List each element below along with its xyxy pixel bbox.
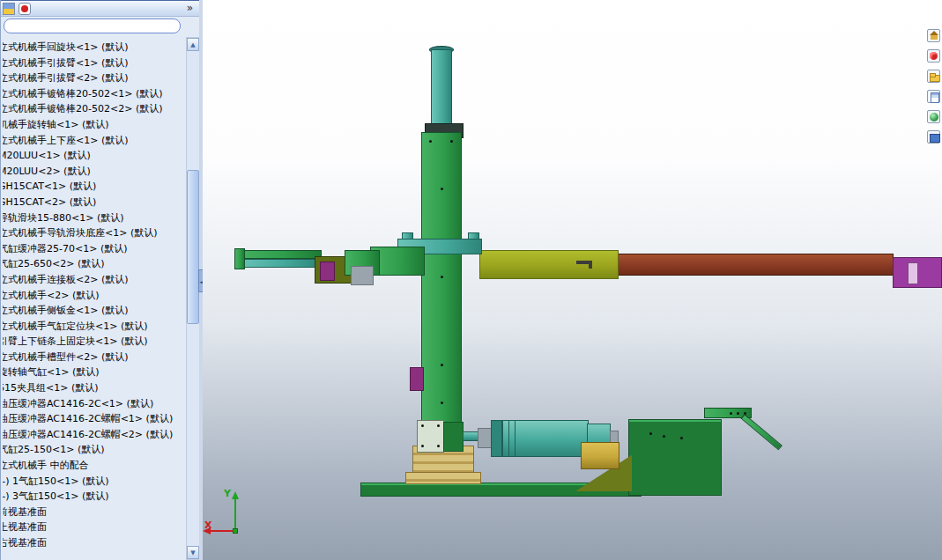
bolt-hole [737, 412, 739, 415]
tree-item[interactable]: (-) 3气缸150<1> (默认) [3, 489, 184, 505]
bolt-hole [649, 432, 652, 435]
application-window: » 立式机械手回旋块<1> (默认) 立式机械手引拔臂<1> (默认) 立式机械… [0, 0, 942, 560]
tree-item[interactable]: 机械手旋转轴<1> (默认) [3, 117, 184, 133]
tree-item[interactable]: 立式机械手连接板<2> (默认) [3, 272, 184, 288]
part-gripper-magenta[interactable] [320, 262, 335, 281]
tree-item[interactable]: 立式机械手导轨滑块底座<1> (默认) [3, 225, 184, 241]
bolt-hole [437, 445, 440, 447]
part-left-arm-lower[interactable] [236, 259, 322, 268]
display-icon[interactable] [927, 130, 940, 144]
scroll-down-button[interactable]: ▼ [187, 546, 199, 559]
bolt-hole [437, 424, 440, 427]
tree-item[interactable]: 立式机械手上下座<1> (默认) [3, 133, 184, 149]
part-purple-end-block[interactable] [893, 257, 942, 288]
triad-y-arrowhead [232, 491, 239, 499]
tree-item[interactable]: 油压缓冲器AC1416-2C螺帽<1> (默认) [3, 411, 184, 427]
tree-item[interactable]: (-) 1气缸150<1> (默认) [3, 474, 184, 490]
part-diagonal-rod[interactable] [741, 414, 783, 450]
bolt-hole [663, 435, 665, 438]
part-long-brown-arm[interactable] [615, 254, 894, 276]
tree-item[interactable]: 立式机械手气缸定位块<1> (默认) [3, 319, 184, 335]
part-purple-bracket[interactable] [410, 367, 424, 391]
triad-x-axis [211, 530, 235, 532]
panel-tab-bar: » [1, 0, 200, 17]
tree-item[interactable]: 立式机械手侧钣金<1> (默认) [3, 303, 184, 319]
tree-item[interactable]: 气缸25-650<2> (默认) [3, 256, 184, 272]
tree-item[interactable]: 气缸缓冲器25-70<1> (默认) [3, 241, 184, 257]
panel-overflow-chevron[interactable]: » [187, 2, 193, 14]
tree-item[interactable]: 立式机械手镀铬棒20-502<1> (默认) [3, 86, 184, 102]
feature-tree: 立式机械手回旋块<1> (默认) 立式机械手引拔臂<1> (默认) 立式机械手引… [3, 40, 184, 556]
triad-y-label: Y [224, 488, 231, 499]
tree-item[interactable]: 导轨滑块15-880<1> (默认) [3, 210, 184, 226]
tree-item[interactable]: 油压缓冲器AC1416-2C螺帽<2> (默认) [3, 427, 184, 443]
tree-item[interactable]: 立式机械手镀铬棒20-502<2> (默认) [3, 101, 184, 117]
tree-item[interactable]: 615夹具组<1> (默认) [3, 380, 184, 396]
bolt-hole [441, 276, 443, 278]
part-top-cylinder[interactable] [431, 49, 452, 127]
tree-item[interactable]: 立式机械手引拔臂<1> (默认) [3, 55, 184, 71]
scroll-up-button[interactable]: ▲ [187, 38, 199, 51]
triad-y-axis [234, 498, 236, 532]
bolt-hole [441, 402, 443, 404]
part-left-arm-upper[interactable] [236, 250, 322, 259]
bolt-hole [421, 445, 424, 447]
tree-item[interactable]: 立式机械手引拔臂<2> (默认) [3, 70, 184, 86]
tree-item[interactable]: 油压缓冲器AC1416-2C<1> (默认) [3, 396, 184, 412]
feature-manager-tab-icon[interactable] [3, 3, 15, 15]
part-gripper-fitting[interactable] [351, 266, 374, 285]
bolt-hole [429, 140, 432, 143]
bolt-hole [441, 364, 443, 366]
bolt-hole [730, 412, 732, 415]
task-pane-toolbar [926, 29, 941, 151]
home-icon[interactable] [927, 29, 940, 42]
tree-item[interactable]: GH15CAT<2> (默认) [3, 195, 184, 210]
tree-item[interactable]: 旋转轴气缸<1> (默认) [3, 365, 184, 380]
part-cylinder-body[interactable] [502, 420, 589, 457]
part-olive-arm[interactable] [479, 250, 619, 279]
panel-scrollbar[interactable]: ▲ ▼ [186, 37, 200, 560]
feature-manager-panel: » 立式机械手回旋块<1> (默认) 立式机械手引拔臂<1> (默认) 立式机械… [0, 0, 199, 560]
arm-slot [589, 261, 592, 269]
bolt-hole [680, 437, 683, 439]
help-icon[interactable] [927, 49, 940, 63]
end-block-slot [908, 262, 918, 284]
tree-item[interactable]: M20LUU<2> (默认) [3, 164, 184, 180]
scroll-thumb[interactable] [187, 170, 199, 324]
part-slider-notch[interactable] [402, 232, 413, 239]
part-rotary-back-block[interactable] [443, 422, 464, 452]
tree-item[interactable]: 立式机械手 中的配合 [3, 458, 184, 474]
graphics-viewport[interactable]: Y X [203, 0, 942, 560]
triad-origin [233, 528, 238, 534]
part-vertical-column[interactable] [421, 132, 462, 425]
part-slider-notch[interactable] [468, 232, 479, 239]
panel-header-box[interactable] [4, 18, 181, 33]
tree-item[interactable]: 上视基准面 [3, 519, 184, 535]
bolt-hole [441, 188, 443, 190]
tree-item[interactable]: GH15CAT<1> (默认) [3, 179, 184, 195]
part-yellow-block[interactable] [581, 442, 619, 469]
tree-item[interactable]: 立式机械手槽型件<2> (默认) [3, 350, 184, 365]
bolt-hole [421, 424, 424, 427]
tree-item[interactable]: 引臂上下链条上固定块<1> (默认) [3, 334, 184, 350]
tree-item[interactable]: 立式机械手回旋块<1> (默认) [3, 40, 184, 55]
part-right-plate[interactable] [628, 419, 722, 496]
property-manager-tab-icon[interactable] [19, 3, 31, 15]
bolt-hole [450, 140, 453, 143]
part-rotary-unit[interactable] [417, 420, 444, 453]
part-cylinder-flange[interactable] [491, 420, 502, 457]
triad-x-label: X [204, 519, 211, 531]
sphere-icon[interactable] [927, 110, 940, 123]
part-pillar-base-lip[interactable] [405, 472, 481, 484]
tree-item[interactable]: 气缸25-150<1> (默认) [3, 442, 184, 458]
tree-item[interactable]: M20LUU<1> (默认) [3, 148, 184, 164]
document-icon[interactable] [927, 90, 940, 103]
tree-item[interactable]: 右视基准面 [3, 535, 184, 551]
tree-item[interactable]: 前视基准面 [3, 505, 184, 520]
tree-item[interactable]: 立式机械手<2> (默认) [3, 288, 184, 304]
part-left-arm-cap[interactable] [234, 248, 245, 269]
folder-icon[interactable] [927, 70, 940, 83]
